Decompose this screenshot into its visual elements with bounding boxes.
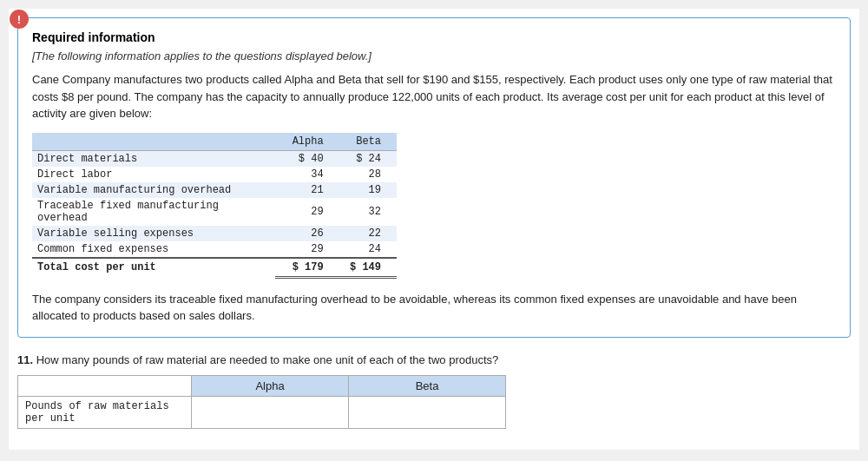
answer-col-header-alpha: Alpha — [192, 375, 349, 396]
row-alpha: 29 — [275, 198, 339, 226]
question-body: How many pounds of raw material are need… — [36, 353, 499, 366]
cost-table-wrapper: Alpha Beta Direct materials$ 40$ 24Direc… — [32, 133, 836, 279]
row-alpha: 34 — [275, 167, 339, 182]
info-icon: ! — [10, 10, 29, 29]
col-header-beta: Beta — [339, 133, 397, 151]
answer-table-wrapper: Alpha Beta Pounds of raw materials per u… — [17, 375, 851, 429]
row-beta: $ 24 — [339, 150, 397, 167]
table-row: Variable selling expenses2622 — [32, 226, 397, 241]
row-alpha: $ 40 — [275, 150, 339, 167]
info-footer: The company considers its traceable fixe… — [32, 291, 836, 325]
row-label: Traceable fixed manufacturing overhead — [32, 198, 275, 226]
total-alpha: $ 179 — [275, 258, 339, 278]
table-row: Pounds of raw materials per unit — [18, 396, 506, 428]
row-beta: 24 — [339, 241, 397, 258]
col-header-alpha: Alpha — [275, 133, 339, 151]
answer-col-header-beta: Beta — [349, 375, 506, 396]
beta-pounds-input[interactable] — [349, 397, 505, 428]
row-alpha: 29 — [275, 241, 339, 258]
table-row: Direct labor3428 — [32, 167, 397, 182]
row-label: Variable selling expenses — [32, 226, 275, 241]
row-beta: 28 — [339, 167, 397, 182]
info-title: Required information — [32, 30, 836, 44]
row-label: Direct labor — [32, 167, 275, 182]
row-label: Common fixed expenses — [32, 241, 275, 258]
info-subtitle: [The following information applies to th… — [32, 49, 836, 63]
answer-col-header-label — [18, 375, 192, 396]
answer-table: Alpha Beta Pounds of raw materials per u… — [17, 375, 506, 429]
question-text: 11. How many pounds of raw material are … — [17, 353, 851, 366]
alpha-pounds-input[interactable] — [192, 397, 348, 428]
info-body: Cane Company manufactures two products c… — [32, 71, 836, 122]
row-label: Direct materials — [32, 150, 275, 167]
row-alpha: 21 — [275, 182, 339, 198]
total-label: Total cost per unit — [32, 258, 275, 278]
question-number-label: 11. — [17, 353, 33, 366]
row-label: Variable manufacturing overhead — [32, 182, 275, 198]
table-row: Common fixed expenses2924 — [32, 241, 397, 258]
alpha-input-cell[interactable] — [192, 396, 349, 428]
beta-input-cell[interactable] — [349, 396, 506, 428]
page-container: ! Required information [The following in… — [9, 9, 859, 450]
table-row: Variable manufacturing overhead2119 — [32, 182, 397, 198]
row-beta: 19 — [339, 182, 397, 198]
cost-table: Alpha Beta Direct materials$ 40$ 24Direc… — [32, 133, 397, 279]
row-alpha: 26 — [275, 226, 339, 241]
question-section: 11. How many pounds of raw material are … — [17, 353, 851, 429]
table-row: Direct materials$ 40$ 24 — [32, 150, 397, 167]
table-row: Traceable fixed manufacturing overhead29… — [32, 198, 397, 226]
row-label-pounds: Pounds of raw materials per unit — [18, 396, 192, 428]
row-beta: 22 — [339, 226, 397, 241]
info-box: ! Required information [The following in… — [17, 17, 851, 338]
col-header-label — [32, 133, 275, 151]
total-beta: $ 149 — [339, 258, 397, 278]
row-beta: 32 — [339, 198, 397, 226]
